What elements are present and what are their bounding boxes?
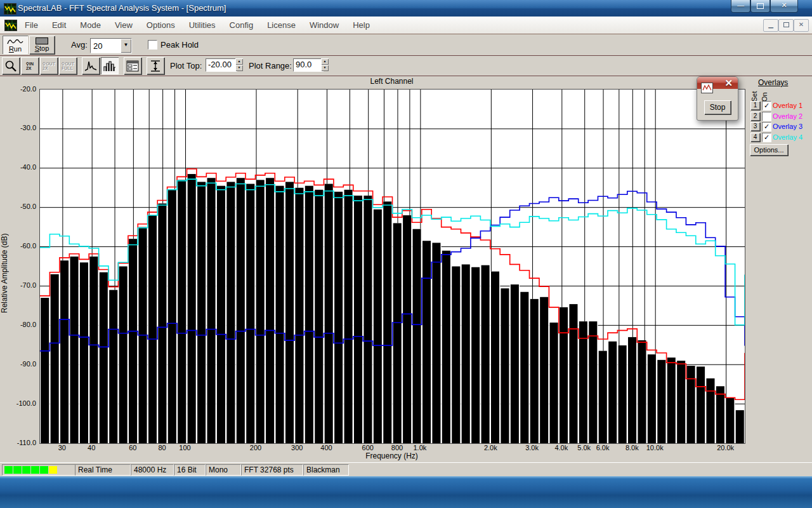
chart-title: Left Channel (39, 77, 744, 86)
overlays-on-label: On (761, 85, 768, 102)
plot-top-input[interactable]: -20.00 (206, 58, 237, 72)
x-tick-label: 80 (159, 444, 166, 451)
plot-range-input[interactable]: 90.0 (293, 58, 324, 72)
maximize-button[interactable] (750, 0, 770, 13)
taskbar: e Я M Y (0, 476, 812, 508)
menu-item-window[interactable]: Window (303, 20, 346, 30)
minimize-button[interactable]: — (731, 0, 750, 13)
line-display-button[interactable] (82, 57, 100, 74)
peak-line-icon (84, 60, 97, 72)
x-tick-label: 100 (179, 444, 190, 451)
menu-item-mode[interactable]: Mode (73, 20, 108, 30)
overlay-options-button[interactable]: Options... (750, 144, 788, 156)
overlay-label-3: Overlay 3 (773, 123, 802, 130)
avg-value: 20 (91, 41, 121, 51)
stop-button[interactable]: Stop (29, 36, 55, 54)
status-cell-5: FFT 32768 pts (241, 464, 303, 476)
x-tick-label: 400 (320, 444, 332, 451)
menu-item-license[interactable]: License (260, 20, 303, 30)
transport-toolbar: Run Stop Avg: 20 ▼ Peak Hold (0, 34, 812, 56)
zoom-tool-button[interactable] (2, 57, 20, 74)
display-toolbar: ⚲IN2X ⚲OUT2X ⚲OUTFULL Plot Top: -20.00 ▲… (0, 56, 812, 76)
plot-range-spinner[interactable]: ▲▼ (321, 58, 329, 71)
x-tick-label: 6.0k (596, 444, 610, 451)
y-tick-label: -50.0 (20, 203, 36, 210)
peak-hold-checkbox[interactable] (148, 40, 157, 50)
x-tick-label: 40 (88, 444, 95, 451)
plot-range-label: Plot Range: (249, 61, 292, 70)
peak-hold-label: Peak Hold (160, 40, 199, 50)
mini-close-icon[interactable]: ✕ (724, 77, 733, 89)
spectrum-plot[interactable] (39, 89, 745, 444)
sine-wave-icon (7, 37, 23, 45)
menu-item-file[interactable]: File (18, 20, 45, 30)
display-options-button[interactable] (124, 57, 141, 74)
menu-item-options[interactable]: Options (140, 20, 182, 30)
bar-display-button[interactable] (101, 57, 119, 74)
overlay-on-checkbox-4[interactable]: ✓ (762, 133, 771, 142)
menu-item-utilities[interactable]: Utilities (182, 20, 223, 30)
menu-items: FileEditModeViewOptionsUtilitiesConfigLi… (18, 17, 377, 34)
vertical-scale-button[interactable] (147, 57, 164, 74)
status-cell-4: Mono (206, 464, 241, 476)
zoom-out-full-button[interactable]: ⚲OUTFULL (59, 57, 77, 74)
zoom-in-2x-button[interactable]: ⚲IN2X (21, 57, 39, 74)
x-axis-label: Frequency (Hz) (39, 451, 744, 460)
overlay-on-checkbox-3[interactable]: ✓ (762, 122, 771, 131)
menu-item-help[interactable]: Help (346, 20, 377, 30)
window-title: SpectraLAB - FFT Spectral Analysis Syste… (18, 3, 226, 13)
menu-item-edit[interactable]: Edit (45, 20, 73, 30)
title-bar: SpectraLAB - FFT Spectral Analysis Syste… (0, 0, 812, 17)
mini-stop-button[interactable]: Stop (704, 100, 731, 114)
meter-block (4, 466, 13, 474)
overlay-set-button-2[interactable]: 2 (750, 112, 760, 121)
meter-block (22, 466, 30, 474)
mdi-minimize-button[interactable]: ▁ (763, 19, 778, 32)
mdi-child-icon (4, 20, 17, 31)
y-tick-label: -70.0 (20, 281, 36, 289)
run-button[interactable]: Run (3, 36, 28, 54)
x-tick-label: 3.0k (525, 444, 539, 451)
x-tick-label: 4.0k (554, 444, 568, 451)
mini-control-window[interactable]: ✕ Stop (697, 76, 738, 121)
x-tick-label: 300 (291, 444, 303, 451)
menu-bar: FileEditModeViewOptionsUtilitiesConfigLi… (0, 17, 812, 34)
overlay-set-button-3[interactable]: 3 (750, 122, 760, 131)
overlay-label-2: Overlay 2 (773, 112, 802, 120)
status-cell-1: Real Time (75, 464, 131, 476)
overlay-label-4: Overlay 4 (773, 133, 802, 141)
overlay-label-1: Overlay 1 (773, 102, 802, 109)
overlay-set-button-4[interactable]: 4 (750, 133, 760, 142)
y-tick-label: -40.0 (20, 163, 36, 171)
y-tick-label: -100.0 (16, 399, 36, 407)
avg-dropdown[interactable]: 20 ▼ (90, 38, 132, 53)
zoom-out-2x-button[interactable]: ⚲OUT2X (40, 57, 58, 74)
overlay-on-checkbox-2[interactable] (762, 112, 771, 121)
menu-item-view[interactable]: View (108, 20, 140, 30)
y-tick-label: -110.0 (17, 439, 36, 446)
overlay-on-checkbox-1[interactable]: ✓ (762, 101, 771, 110)
x-tick-label: 600 (362, 444, 374, 451)
run-label: Run (9, 45, 22, 53)
plot-top-label: Plot Top: (170, 61, 202, 70)
magnifier-icon (4, 60, 17, 72)
app-icon (4, 3, 16, 15)
plot-top-spinner[interactable]: ▲▼ (235, 58, 243, 71)
overlay-set-button-1[interactable]: 1 (750, 101, 760, 110)
mini-window-icon (701, 83, 713, 93)
status-cell-3: 16 Bit (174, 464, 206, 476)
y-tick-label: -60.0 (20, 242, 36, 250)
close-button[interactable]: ✕ (770, 0, 798, 13)
status-cell-6: Blackman (303, 464, 349, 476)
meter-block (13, 466, 22, 474)
chevron-down-icon[interactable]: ▼ (121, 39, 131, 53)
menu-item-config[interactable]: Config (223, 20, 261, 30)
meter-block (49, 466, 57, 474)
x-tick-label: 1.0k (413, 444, 426, 451)
stop-label: Stop (35, 44, 49, 52)
mdi-restore-button[interactable] (778, 19, 794, 32)
x-tick-label: 30 (58, 444, 66, 451)
stop-rect-icon (36, 37, 48, 44)
spectrum-svg (40, 90, 745, 443)
mdi-close-button[interactable]: ✕ (794, 19, 809, 32)
